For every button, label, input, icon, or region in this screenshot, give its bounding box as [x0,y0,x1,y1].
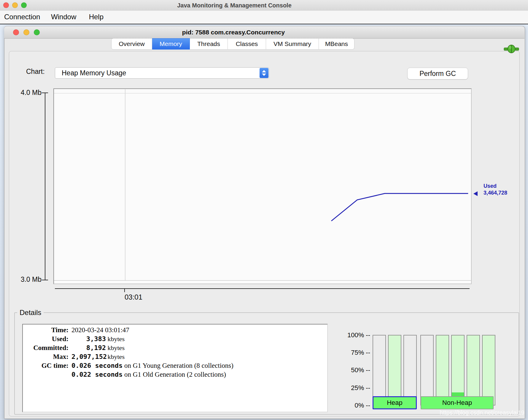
pool-bar-nonheap-4 [420,335,434,405]
detail-row-max: Max: 2,097,152 kbytes [25,353,325,362]
chart-select[interactable]: Heap Memory Usage [55,67,269,79]
tab-mbeans[interactable]: MBeans [319,38,354,50]
pool-bar-nonheap-8 [482,335,495,405]
detail-row-committed: Committed: 8,192 kbytes [25,344,325,353]
pool-bar-heap-1 [373,335,386,405]
y-axis-tick-bottom [42,280,48,280]
detail-row-time: Time: 2020-03-24 03:01:47 [25,326,325,335]
used-series-value: 3,464,728 [484,190,507,196]
pool-bar-nonheap-6 [451,335,465,405]
chart-select-label: Chart: [26,68,45,76]
tab-memory[interactable]: Memory [152,38,190,50]
tab-classes[interactable]: Classes [228,38,266,50]
pct-tick-100: 100% -- [335,331,370,339]
pool-bars [373,335,495,405]
used-marker-icon [473,191,478,196]
app-title: Java Monitoring & Management Console [0,0,469,11]
pct-tick-0: 0% -- [335,402,370,409]
heap-line [331,193,468,221]
y-axis-line [45,93,45,280]
x-axis-tick-label: 03:01 [116,293,151,301]
used-series-label: Used 3,464,728 [484,183,507,196]
tab-vm-summary[interactable]: VM Summary [266,38,319,50]
menu-help[interactable]: Help [89,11,104,23]
pool-bar-heap-2 [388,335,401,405]
pool-bar-heap-3 [403,335,417,405]
pool-bar-nonheap-5 [436,335,449,405]
detail-row-gc-old: 0.022 seconds on G1 Old Generation (2 co… [25,371,325,380]
pool-bar-nonheap-7 [467,335,480,405]
console-window-title: pid: 7588 com.creasy.Concurrency [4,26,463,39]
pct-tick-50: 50% -- [335,366,370,374]
watermark: https://blog.csdn.net/creasylai19 [415,409,524,416]
connection-plug-icon[interactable] [504,44,519,53]
menu-connection[interactable]: Connection [4,11,40,23]
detail-row-gc-young: GC time: 0.026 seconds on G1 Young Gener… [25,362,325,371]
tab-overview[interactable]: Overview [111,38,152,50]
chart-select-value: Heap Memory Usage [62,68,126,78]
y-axis-tick-top [42,93,48,93]
jconsole-app: Java Monitoring & Management Console Con… [0,0,528,420]
tab-threads[interactable]: Threads [190,38,228,50]
perform-gc-button[interactable]: Perform GC [407,68,468,79]
details-legend: Details [17,308,44,317]
chevron-up-down-icon[interactable] [260,68,268,78]
pct-tick-25: 25% -- [335,384,370,392]
y-axis-max-label: 4.0 Mb [12,89,42,97]
tab-bar: OverviewMemoryThreadsClassesVM SummaryMB… [111,38,354,50]
x-axis-line [55,288,470,289]
y-axis-min-label: 3.0 Mb [12,276,42,284]
x-axis-tick [124,288,125,292]
macos-titlebar: Java Monitoring & Management Console [0,0,528,11]
menu-window[interactable]: Window [51,11,76,23]
details-rows: Time: 2020-03-24 03:01:47 Used: 3,383 kb… [25,326,325,380]
used-series-name: Used [484,183,507,190]
heap-button[interactable]: Heap [373,396,417,409]
heap-usage-plot [53,88,472,284]
non-heap-button[interactable]: Non-Heap [421,396,494,409]
heap-line-svg [54,89,471,284]
pct-tick-75: 75% -- [335,349,370,357]
menubar: Connection Window Help [0,11,528,24]
detail-row-used: Used: 3,383 kbytes [25,335,325,344]
